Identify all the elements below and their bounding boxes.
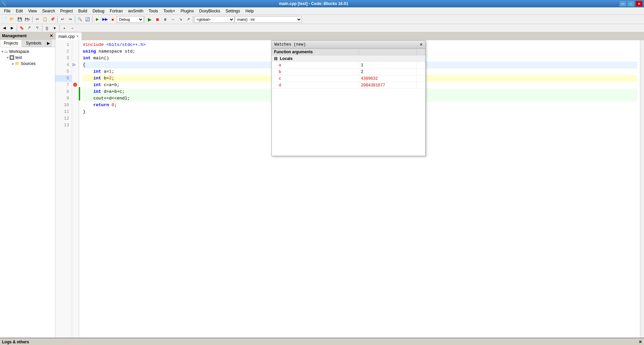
function-combo[interactable]: main() : int	[235, 16, 302, 23]
watches-title: Watches (new)	[274, 42, 306, 47]
prev-button[interactable]: ◀	[1, 24, 8, 32]
debug-return[interactable]: ↗	[184, 16, 192, 23]
breakpoint-marker-7[interactable]	[73, 83, 77, 87]
paste-button[interactable]: 📌	[49, 16, 56, 23]
watches-table: Function arguments ⊟ Locals	[272, 49, 425, 156]
debug-pause[interactable]: ⏸	[161, 16, 169, 23]
watch-row-d: d 2004381677	[272, 82, 425, 89]
watches-header: Watches (new) ✕	[272, 41, 425, 49]
run-button[interactable]: ▶▶	[101, 16, 109, 23]
new-button[interactable]: 📄	[1, 16, 8, 23]
redo-button[interactable]: ↪	[66, 16, 74, 23]
sep5	[145, 16, 145, 23]
save-button[interactable]: 💾	[16, 16, 23, 23]
debug-arrow-4: ▷	[73, 62, 75, 67]
stop-button[interactable]: ■	[109, 16, 116, 23]
line-num-7: 7	[55, 82, 72, 88]
bottom-panel-close-icon[interactable]: ✕	[639, 340, 642, 344]
copy-button[interactable]: 📋	[41, 16, 49, 23]
workspace-icon: 🗂	[4, 49, 8, 54]
watch-var-a: a	[272, 62, 359, 69]
debug-combo[interactable]: Debug	[117, 16, 144, 23]
uncomment-button[interactable]: */	[34, 24, 41, 32]
zoom-out[interactable]: −	[69, 24, 76, 32]
titlebar-icon: 🔧	[1, 1, 8, 6]
management-title: Management	[2, 33, 26, 38]
code-editor[interactable]: #include <bits/stdc++.h> using namespace…	[80, 40, 640, 338]
debug-step[interactable]: ↘	[177, 16, 184, 23]
line-num-8: 8	[55, 88, 72, 95]
bookmark-button[interactable]: 🔖	[18, 24, 25, 32]
workspace-label: Workspace	[9, 49, 29, 54]
sep2	[57, 16, 58, 23]
menu-item-edit[interactable]: Edit	[13, 8, 25, 14]
bottom-panel: Logs & others ✕ 🔧 Code::Blocks ✕ 🔍 Searc…	[0, 338, 644, 345]
watches-close-icon[interactable]: ✕	[420, 42, 423, 47]
tree-project[interactable]: ▾ 🔲 test	[5, 55, 55, 61]
code-container: 1 2 3 4 5 6 7 8 9 10 11 12 13 ▷	[55, 40, 644, 338]
sep8	[42, 25, 42, 31]
fold-button[interactable]: ▼	[51, 24, 58, 32]
management-close-icon[interactable]: ✕	[50, 33, 53, 38]
collapse-icon[interactable]: ⊟	[274, 56, 277, 61]
menu-item-debug[interactable]: Debug	[90, 8, 107, 14]
debug-stop[interactable]: ⏹	[154, 16, 161, 23]
editor-tab-main[interactable]: main.cpp ✕	[55, 32, 82, 40]
menu-item-tools+[interactable]: Tools+	[161, 8, 178, 14]
editor-tab-close-icon[interactable]: ✕	[76, 34, 79, 38]
sep7	[17, 25, 17, 31]
match-brace[interactable]: {}	[43, 24, 51, 32]
debug-start[interactable]: ▶	[146, 16, 153, 23]
tree-workspace[interactable]: ▾ 🗂 Workspace	[0, 49, 55, 55]
editor-tabs: main.cpp ✕	[55, 32, 644, 40]
menu-item-doxyblocks[interactable]: DoxyBlocks	[197, 8, 223, 14]
watch-var-b: b	[272, 69, 359, 75]
tab-projects[interactable]: Projects	[0, 40, 22, 47]
menu-item-search[interactable]: Search	[40, 8, 58, 14]
line-num-3: 3	[55, 55, 72, 62]
menu-item-settings[interactable]: Settings	[223, 8, 243, 14]
tab-arrow[interactable]: ▶	[45, 40, 52, 47]
undo-button[interactable]: ↩	[59, 16, 66, 23]
watches-col-value	[359, 49, 417, 55]
line-num-6: 6	[55, 75, 72, 82]
maximize-button[interactable]: □	[627, 1, 635, 7]
close-button[interactable]: ✕	[635, 1, 643, 7]
tab-symbols[interactable]: Symbols	[22, 40, 45, 47]
line-num-12: 12	[55, 115, 72, 122]
cut-button[interactable]: ✂	[34, 16, 41, 23]
sources-icon: 📁	[15, 61, 20, 66]
build-button[interactable]: ▶	[94, 16, 101, 23]
editor-area: main.cpp ✕ 1 2 3 4 5 6 7 8 9 10 11 12 13	[55, 32, 644, 338]
menu-item-view[interactable]: View	[25, 8, 40, 14]
menu-item-help[interactable]: Help	[243, 8, 257, 14]
line-num-9: 9	[55, 95, 72, 102]
line-num-10: 10	[55, 102, 72, 109]
sources-expand-icon: ▸	[12, 61, 14, 66]
tree-sources[interactable]: ▸ 📁 Sources	[11, 61, 55, 67]
watches-panel: Watches (new) ✕ Function arguments	[271, 40, 426, 156]
titlebar: 🔧 main.cpp [test] - Code::Blocks 16.01 —…	[0, 0, 644, 7]
next-button[interactable]: ▶	[8, 24, 16, 32]
menu-item-project[interactable]: Project	[58, 8, 75, 14]
menu-item-file[interactable]: File	[1, 8, 13, 14]
watches-locals-label: ⊟ Locals	[272, 55, 425, 62]
open-button[interactable]: 📂	[8, 16, 16, 23]
watches-col-extra	[416, 49, 425, 55]
line-num-13: 13	[55, 122, 72, 129]
zoom-in[interactable]: +	[61, 24, 68, 32]
menu-item-tools[interactable]: Tools	[146, 8, 161, 14]
find-button[interactable]: 🔍	[76, 16, 84, 23]
toolbar-2: ◀ ▶ 🔖 /* */ {} ▼ + −	[0, 24, 644, 32]
save-all-button[interactable]: 💾+	[24, 16, 31, 23]
minimize-button[interactable]: —	[619, 1, 627, 7]
watch-row-c: c 4309632	[272, 75, 425, 82]
debug-next[interactable]: →	[169, 16, 176, 23]
scope-combo[interactable]: <global>	[194, 16, 234, 23]
menu-item-fortran[interactable]: Fortran	[107, 8, 125, 14]
menu-item-build[interactable]: Build	[75, 8, 90, 14]
menu-item-plugins[interactable]: Plugins	[178, 8, 196, 14]
menu-item-wxsmith[interactable]: wxSmith	[125, 8, 146, 14]
comment-button[interactable]: /*	[26, 24, 33, 32]
replace-button[interactable]: 🔄	[84, 16, 91, 23]
